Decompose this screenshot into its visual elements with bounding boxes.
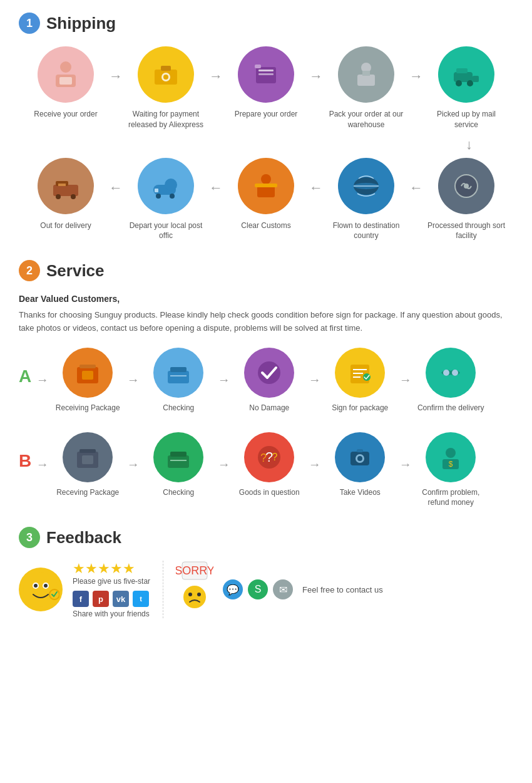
flow-label-8: Clear Customs [241, 220, 290, 231]
arrow-a2: → [216, 348, 232, 387]
flow-icon-5 [438, 46, 494, 103]
arrow-3: → [307, 46, 325, 85]
svg-rect-30 [257, 186, 275, 197]
skype-icon[interactable]: 💬 [223, 579, 243, 599]
facebook-btn[interactable]: f [73, 591, 89, 607]
svg-point-65 [446, 448, 456, 458]
svg-rect-12 [357, 75, 375, 86]
service-section: 2 Service Dear Valued Customers, Thanks … [19, 260, 513, 508]
svg-point-77 [188, 593, 192, 596]
b-icon-5: $ [426, 432, 476, 482]
flow-label-1: Receive your order [34, 109, 97, 120]
flow-item-5: Picked up by mail service [426, 46, 507, 130]
flow-icon-6 [38, 158, 94, 214]
shipping-row1: Receive your order → Waiting for payment… [19, 46, 513, 130]
a-icon-2 [153, 348, 203, 398]
b-item-4: Take Videos [322, 432, 397, 498]
svg-text:?: ? [260, 452, 267, 464]
feedback-label: Feedback [46, 528, 121, 547]
arrow-b0: → [34, 432, 50, 472]
mail-icon[interactable]: ✉ [273, 579, 293, 599]
svg-point-76 [183, 586, 206, 608]
svg-rect-10 [255, 65, 261, 68]
service-label: Service [46, 261, 105, 281]
svg-rect-9 [258, 73, 274, 75]
flow-label-7: Depart your local post offic [125, 220, 207, 242]
svg-rect-39 [82, 371, 93, 380]
chat-icon[interactable]: S [248, 579, 268, 599]
twitter-btn[interactable]: t [133, 591, 149, 607]
svg-point-17 [467, 80, 473, 86]
flow-item-1: Receive your order [25, 46, 106, 120]
row-b-letter: B [19, 432, 31, 471]
b-label-2: Checking [163, 487, 194, 498]
a-item-4: Sign for package [322, 348, 397, 413]
svg-point-63 [357, 456, 362, 461]
contact-label: Feel free to contact us [302, 585, 383, 594]
a-icon-1 [63, 348, 113, 398]
service-body: Thanks for choosing Sunguy products. Ple… [19, 309, 513, 335]
svg-rect-26 [155, 189, 158, 192]
sorry-emoji: SORRY [176, 561, 213, 618]
arrow-a3: → [307, 348, 322, 387]
arrow-b3: → [307, 432, 322, 472]
a-label-1: Receiving Package [56, 403, 120, 413]
service-title: 2 Service [19, 260, 513, 281]
service-greeting: Dear Valued Customers, [19, 294, 513, 304]
svg-point-72 [44, 584, 48, 588]
svg-point-50 [452, 370, 458, 376]
svg-rect-52 [79, 449, 96, 453]
share-label: Share with your friends [73, 609, 150, 618]
svg-rect-55 [170, 452, 187, 457]
svg-rect-8 [258, 70, 274, 71]
flow-icon-10 [438, 158, 494, 214]
svg-text:?: ? [272, 452, 278, 462]
shipping-section: 1 Shipping Receive your order → [19, 13, 513, 241]
svg-point-5 [163, 75, 168, 80]
svg-text:SORRY: SORRY [176, 564, 213, 577]
a-label-2: Checking [163, 403, 194, 413]
flow-item-10: Processed through sort facility [426, 158, 507, 242]
svg-rect-53 [82, 455, 93, 464]
arrow-6: ← [207, 158, 225, 196]
vk-btn[interactable]: vk [113, 591, 129, 607]
shipping-row2: Out for delivery ← Depart your local pos… [19, 158, 513, 242]
feedback-num: 3 [19, 527, 40, 548]
svg-rect-15 [473, 76, 479, 82]
flow-icon-2 [138, 46, 194, 103]
svg-rect-21 [58, 184, 66, 186]
arrow-7: ← [307, 158, 325, 196]
arrow-b4: → [397, 432, 413, 472]
svg-point-27 [156, 194, 161, 199]
arrow-a1: → [125, 348, 141, 387]
svg-point-23 [71, 194, 76, 199]
flow-label-2: Waiting for payment released by Aliexpre… [125, 109, 207, 130]
feedback-right: SORRY 💬 S ✉ Feel free to contact us [163, 561, 383, 618]
shipping-title: 1 Shipping [19, 13, 513, 34]
flow-label-5: Picked up by mail service [426, 109, 507, 130]
arrow-2: → [207, 46, 225, 85]
b-label-1: Receving Package [56, 487, 119, 498]
a-label-4: Sign for package [332, 403, 388, 413]
a-item-2: Checking [141, 348, 216, 413]
svg-point-16 [456, 80, 462, 86]
arrow-1: → [106, 46, 125, 85]
a-item-1: Receiving Package [50, 348, 125, 413]
flow-icon-7 [138, 158, 194, 214]
flow-label-4: Pack your order at our warehouse [325, 109, 407, 130]
flow-icon-4 [338, 46, 394, 103]
svg-rect-38 [79, 365, 96, 368]
shipping-label: Shipping [46, 14, 116, 33]
svg-rect-19 [53, 185, 78, 196]
svg-point-0 [60, 61, 71, 73]
b-item-5: $ Confirm problem, refund money [413, 432, 488, 509]
flow-label-9: Flown to destination country [325, 220, 407, 242]
pinterest-btn[interactable]: p [93, 591, 109, 607]
feedback-section: 3 Feedback [19, 527, 513, 618]
arrow-8: ← [407, 158, 426, 196]
svg-rect-40 [168, 371, 189, 383]
svg-text:$: $ [449, 460, 453, 469]
five-star-label: Please give us five-star [73, 577, 150, 586]
svg-point-36 [464, 184, 469, 189]
feedback-inner: ★★★★★ Please give us five-star f p vk t … [19, 561, 513, 618]
